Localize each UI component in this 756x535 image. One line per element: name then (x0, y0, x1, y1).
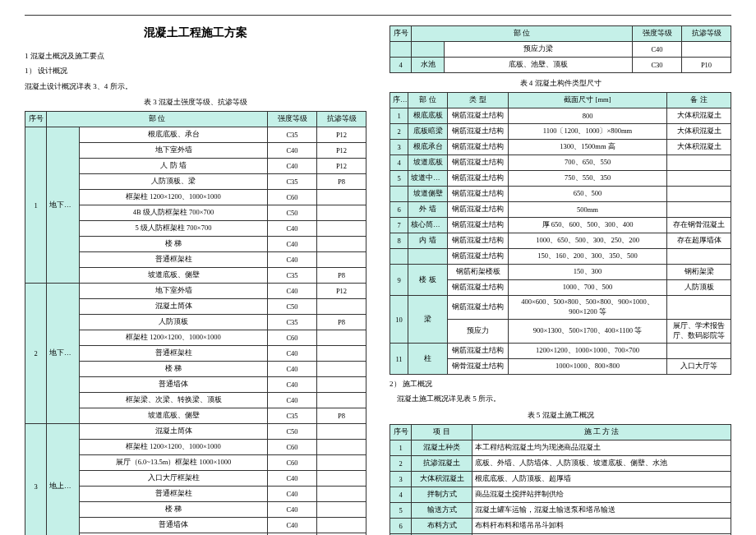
t3-cell (317, 377, 366, 393)
t4-cell: 钢筋混凝土结构 (448, 296, 509, 320)
table3: 序号 部 位 强度等级 抗渗等级 1 地下二层 根底底板、承台 C35 P12 … (25, 111, 366, 535)
t3-cell (317, 471, 366, 487)
t4-cell: 人防顶板 (667, 280, 731, 296)
t4-cell: 存在超厚墙体 (667, 233, 731, 249)
t3-cell: C40 (268, 221, 317, 237)
t3-cell: 5 级人防框架柱 700×700 (80, 221, 268, 237)
t5-cell: 2 (390, 455, 412, 471)
t5-cell: 5 (390, 502, 412, 518)
t4-cell (667, 249, 731, 265)
t5-cell: 本工程结构混凝土均为现浇商品混凝土 (472, 440, 731, 455)
t4-g9-sect: 楼 板 (408, 265, 448, 296)
t4-cell: 钢骨混凝土结构 (448, 359, 509, 375)
t3-cell (317, 362, 366, 377)
t3-cell: C60 (268, 330, 317, 346)
t4-cell (667, 202, 731, 218)
t3-h-part: 部 位 (47, 112, 268, 127)
t5-cell: 输送方式 (412, 502, 472, 518)
t3-cell (317, 518, 366, 533)
t3-cell: 混凝土筒体 (80, 299, 268, 315)
t4-cell: 钢筋混凝土结构 (448, 249, 509, 265)
t4-h: 类 型 (448, 93, 509, 108)
t4-cell: 大体积混凝土 (667, 140, 731, 155)
t3b-cell: P10 (682, 58, 731, 73)
t3-cell: C40 (268, 502, 317, 518)
t5-cell: 布料杆布料和塔吊吊斗卸料 (472, 518, 731, 533)
t3-cell: C40 (268, 487, 317, 502)
t4-cell: 6 (390, 202, 408, 218)
t3-cell: 普通框架柱 (80, 252, 268, 268)
t4-cell (390, 249, 408, 265)
t4-cell: 钢筋混凝土结构 (448, 155, 509, 171)
t4-h: 部 位 (408, 93, 448, 108)
t4-cell: 钢筋混凝土结构 (448, 280, 509, 296)
t4-cell (667, 155, 731, 171)
t3-cell: P12 (317, 143, 366, 159)
t3-g1-sect: 地下二层 (47, 127, 80, 284)
heading-2: 2） 施工概况 (390, 378, 731, 390)
t3-cell: 人 防 墙 (80, 159, 268, 174)
t4-cell: 根底承台 (408, 140, 448, 155)
t3b-h-imperm: 抗渗等级 (682, 26, 731, 42)
t3b-cell: 水池 (412, 58, 445, 73)
t3-cell: C40 (268, 143, 317, 159)
t3-cell: 坡道底板、侧壁 (80, 408, 268, 424)
t3-cell (317, 205, 366, 221)
t3-cell (317, 237, 366, 252)
t4-cell: 1200×1200、1000×1000、700×700 (509, 344, 667, 359)
t3-cell (317, 221, 366, 237)
t3-cell (317, 330, 366, 346)
t4-cell: 650、500 (509, 187, 667, 202)
t3-cell: C40 (268, 518, 317, 533)
t4-cell (408, 249, 448, 265)
t5-cell: 3 (390, 471, 412, 487)
table5: 序号 项 目 施 工 方 法 1混凝土种类本工程结构混凝土均为现浇商品混凝土 2… (390, 424, 731, 535)
t4-cell: 8 (390, 233, 408, 249)
t3b-cell: C30 (633, 58, 682, 73)
t4-cell (667, 187, 731, 202)
t3b-cell (390, 42, 412, 58)
t3-cell: P8 (317, 408, 366, 424)
t4-cell: 坡道底板 (408, 155, 448, 171)
t4-cell: 坡道中间板 (408, 171, 448, 187)
t4-cell: 7 (390, 218, 408, 233)
t3b-h-strength: 强度等级 (633, 26, 682, 42)
t3b-cell: 底板、池壁、顶板 (445, 58, 633, 73)
t4-cell: 钢筋混凝土结构 (448, 187, 509, 202)
t5-cell: 大体积混凝土 (412, 471, 472, 487)
t4-cell: 外 墙 (408, 202, 448, 218)
t4-g9-num: 9 (390, 265, 408, 296)
t3-cell: 地下室外墙 (80, 284, 268, 299)
t3-cell: C35 (268, 268, 317, 284)
t3-cell: 入口大厅框架柱 (80, 471, 268, 487)
t4-cell: 500mm (509, 202, 667, 218)
t4-cell: 钢筋混凝土结构 (448, 108, 509, 124)
heading-1-1: 1） 设计概况 (25, 65, 366, 76)
t3-cell: C35 (268, 127, 317, 143)
t4-cell: 2 (390, 124, 408, 140)
t5-cell: 6 (390, 518, 412, 533)
t4-cell (667, 296, 731, 320)
table3-cont: 序号 部 位 强度等级 抗渗等级 预应力梁 C40 4 水池 底板、池壁、顶板 … (390, 25, 731, 73)
t3-cell: C50 (268, 205, 317, 221)
t3-cell: 地下室外墙 (80, 143, 268, 159)
t4-cell: 钢筋混凝土结构 (448, 140, 509, 155)
t3-cell (317, 190, 366, 205)
t4-cell: 400×600、500×800、500×800、900×1000、900×120… (509, 296, 667, 320)
t4-cell: 钢筋桁架楼板 (448, 265, 509, 280)
t4-h: 序号 (390, 93, 408, 108)
t3-h-imperm: 抗渗等级 (317, 112, 366, 127)
t3-cell: 框架柱 1200×1200、1000×1000 (80, 190, 268, 205)
t3b-h-seq: 序号 (390, 26, 412, 42)
t4-g10-sect: 梁 (408, 296, 448, 344)
t4-cell: 1000、700、500 (509, 280, 667, 296)
t4-cell: 4 (390, 155, 408, 171)
t5-h: 序号 (390, 424, 412, 440)
t3-cell: 人防顶板 (80, 315, 268, 330)
t3-cell (317, 440, 366, 455)
constr-text: 混凝土施工概况详见表 5 所示。 (390, 393, 731, 404)
t3-cell (317, 455, 366, 471)
t3b-cell: 预应力梁 (445, 42, 633, 58)
t3-cell: C50 (268, 299, 317, 315)
t4-h: 截面尺寸 [mm] (509, 93, 667, 108)
